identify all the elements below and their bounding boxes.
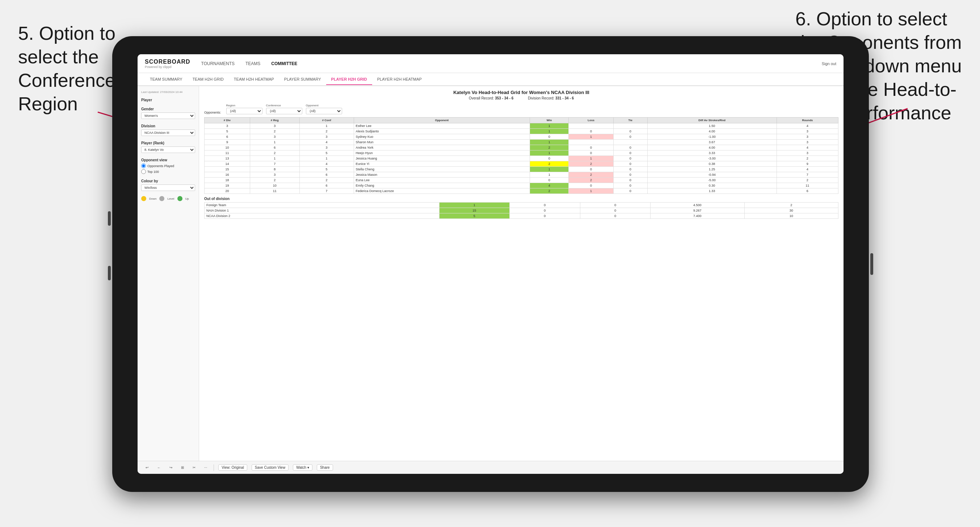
cell-diff: 3.67: [647, 140, 776, 145]
toolbar-grid[interactable]: ⊞: [179, 465, 186, 470]
out-of-division-body: Foreign Team 1 0 0 4.500 2 NAIA Division…: [205, 203, 838, 219]
cell-conf: 5: [299, 167, 354, 172]
gender-select[interactable]: Women's Men's: [141, 113, 195, 119]
table-row: 19 10 6 Emily Chang 4 0 0 0.30 11: [205, 183, 838, 189]
radio-opponents-played[interactable]: Opponents Played: [141, 163, 195, 168]
subnav-team-h2h-heatmap[interactable]: TEAM H2H HEATMAP: [229, 74, 279, 85]
subnav-player-h2h-grid[interactable]: PLAYER H2H GRID: [326, 74, 372, 85]
bottom-toolbar: ↩ ← ↪ ⊞ ✂ ··· View: Original Save Custom…: [138, 461, 843, 474]
cell-opponent: Jessica Huang: [354, 156, 530, 161]
sidebar-division-label: Division: [141, 124, 195, 128]
cell-win: 1: [530, 167, 569, 172]
color-legend: Down Level Up: [141, 196, 195, 201]
tablet-volume-down-button[interactable]: [108, 266, 111, 280]
cell-ood-diff: 7.400: [651, 213, 745, 219]
cell-ood-win: 5: [439, 213, 510, 219]
legend-up-dot: [177, 196, 183, 201]
cell-ood-diff: 9.267: [651, 208, 745, 213]
cell-div: 14: [205, 161, 250, 167]
toolbar-back[interactable]: ←: [155, 465, 163, 470]
cell-rounds: 4: [776, 167, 838, 172]
legend-up-label: Up: [185, 197, 189, 200]
toolbar-separator-1: [213, 464, 214, 471]
toolbar-dots[interactable]: ···: [202, 465, 209, 470]
toolbar-share[interactable]: Share: [317, 464, 333, 471]
col-rounds: Rounds: [776, 117, 838, 123]
cell-rounds: 4: [776, 145, 838, 151]
cell-diff: 4.00: [647, 145, 776, 151]
subnav-player-h2h-heatmap[interactable]: PLAYER H2H HEATMAP: [372, 74, 427, 85]
cell-tie: 0: [613, 167, 647, 172]
opponent-select[interactable]: (All): [306, 108, 342, 114]
out-of-division-row: NAIA Division 1 15 0 0 9.267 30: [205, 208, 838, 213]
col-div: # Div: [205, 117, 250, 123]
region-select[interactable]: (All): [226, 108, 262, 114]
cell-conf: 6: [299, 183, 354, 189]
cell-win: 1: [530, 140, 569, 145]
legend-level-label: Level: [167, 197, 174, 200]
cell-reg: 10: [250, 183, 299, 189]
table-row: 10 6 3 Andrea York 2 0 0 4.00 4: [205, 145, 838, 151]
cell-loss: 0: [569, 145, 614, 151]
cell-loss: 2: [569, 161, 614, 167]
cell-rounds: 4: [776, 123, 838, 129]
cell-win: 1: [530, 172, 569, 178]
cell-loss: 1: [569, 156, 614, 161]
cell-win: 0: [530, 134, 569, 140]
cell-loss: 1: [569, 134, 614, 140]
legend-level-dot: [159, 196, 164, 201]
toolbar-save-custom-view[interactable]: Save Custom View: [251, 464, 288, 471]
out-of-division-row: NCAA Division 2 5 0 0 7.400 10: [205, 213, 838, 219]
opponent-filter-group: Opponent (All): [306, 104, 342, 114]
cell-ood-rounds: 30: [745, 208, 838, 213]
nav-committee[interactable]: COMMITTEE: [271, 60, 297, 68]
tablet-power-button[interactable]: [870, 253, 873, 275]
cell-reg: 2: [250, 129, 299, 134]
cell-conf: 2: [299, 129, 354, 134]
cell-reg: 3: [250, 134, 299, 140]
out-of-division-table: Foreign Team 1 0 0 4.500 2 NAIA Division…: [204, 202, 838, 219]
cell-reg: 7: [250, 161, 299, 167]
cell-tie: [613, 140, 647, 145]
cell-reg: 2: [250, 178, 299, 183]
cell-ood-diff: 4.500: [651, 203, 745, 208]
cell-ood-rounds: 10: [745, 213, 838, 219]
subnav-player-summary[interactable]: PLAYER SUMMARY: [279, 74, 326, 85]
logo-text: SCOREBOARD: [145, 59, 191, 65]
subnav-team-h2h-grid[interactable]: TEAM H2H GRID: [188, 74, 229, 85]
toolbar-cut[interactable]: ✂: [191, 465, 198, 470]
cell-div: 19: [205, 183, 250, 189]
cell-win: 0: [530, 156, 569, 161]
division-select[interactable]: NCAA Division III: [141, 130, 195, 136]
cell-div: 5: [205, 129, 250, 134]
cell-rounds: 7: [776, 172, 838, 178]
nav-sign-out[interactable]: Sign out: [822, 62, 836, 66]
cell-loss: [569, 123, 614, 129]
tablet-volume-up-button[interactable]: [108, 211, 111, 226]
cell-diff: 3.33: [647, 151, 776, 156]
radio-top100[interactable]: Top 100: [141, 169, 195, 174]
sidebar-opponent-view-label: Opponent view: [141, 158, 195, 162]
table-row: 3 3 1 Esther Lee 1 1.50 4: [205, 123, 838, 129]
cell-win: 4: [530, 183, 569, 189]
nav-tournaments[interactable]: TOURNAMENTS: [201, 60, 235, 68]
toolbar-watch[interactable]: Watch ▾: [293, 464, 312, 471]
subnav-team-summary[interactable]: TEAM SUMMARY: [145, 74, 188, 85]
cell-opponent: Euna Lee: [354, 178, 530, 183]
region-filter-group: Region (All): [226, 104, 262, 114]
toolbar-undo[interactable]: ↩: [143, 465, 151, 470]
subnav: TEAM SUMMARY TEAM H2H GRID TEAM H2H HEAT…: [138, 73, 843, 86]
logo-sub: Powered by clippd: [145, 65, 191, 69]
cell-div: 9: [205, 140, 250, 145]
cell-opponent: Heejo Hyun: [354, 151, 530, 156]
cell-conf: 3: [299, 134, 354, 140]
cell-div: 16: [205, 172, 250, 178]
conference-select[interactable]: (All): [266, 108, 302, 114]
player-rank-select[interactable]: 8. Katelyn Vo: [141, 146, 195, 153]
cell-reg: 8: [250, 167, 299, 172]
toolbar-redo[interactable]: ↪: [167, 465, 175, 470]
toolbar-view-original[interactable]: View: Original: [218, 464, 247, 471]
colour-by-select[interactable]: Win/loss: [141, 184, 195, 191]
main-content: Last Updated: 27/03/2024 10:44 Player Ge…: [138, 86, 843, 461]
nav-teams[interactable]: TEAMS: [245, 60, 260, 68]
